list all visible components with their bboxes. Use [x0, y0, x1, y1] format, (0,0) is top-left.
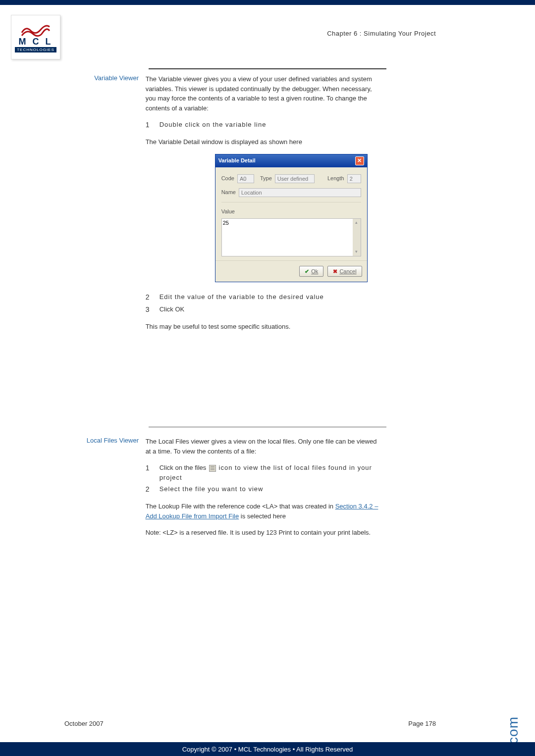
logo: M C L TECHNOLOGIES [11, 15, 60, 59]
lfv-lookup-post: is selected here [241, 512, 286, 520]
scroll-up-icon[interactable]: ▴ [353, 219, 361, 227]
lfv-lookup-pre: The Lookup File with the reference code … [146, 503, 335, 510]
vv-step1-num: 1 [146, 120, 160, 130]
bottom-bar: Copyright © 2007 • MCL Technologies • Al… [0, 742, 535, 756]
lfv-intro: The Local Files viewer gives a view on t… [146, 437, 378, 456]
lfv-step1-pre: Click on the files [160, 464, 208, 471]
ok-button[interactable]: ✔ Ok [299, 266, 323, 277]
close-icon[interactable]: ✕ [355, 156, 364, 165]
dlg-type-label: Type [260, 174, 272, 183]
vv-intro: The Variable viewer gives you a view of … [146, 74, 378, 113]
scrollbar[interactable]: ▴ ▾ [353, 219, 361, 256]
vv-step2: Edit the value of the variable to the de… [160, 293, 324, 301]
footer-date: October 2007 [64, 720, 104, 727]
footer: October 2007 Page 178 [64, 720, 436, 727]
dialog-title: Variable Detail [218, 156, 256, 165]
vv-displayed: The Variable Detail window is displayed … [146, 137, 378, 147]
logo-text-sub: TECHNOLOGIES [15, 47, 56, 52]
vv-step3-num: 3 [146, 304, 160, 315]
dlg-length-label: Length [327, 174, 344, 183]
logo-text-main: M C L [19, 37, 53, 47]
vv-step3: Click OK [160, 304, 378, 315]
vv-step2-num: 2 [146, 292, 160, 302]
chapter-header: Chapter 6 : Simulating Your Project [327, 30, 436, 37]
cancel-button-label: Cancel [339, 267, 356, 276]
vv-step1: Double click on the variable line [160, 120, 378, 130]
header-rule [149, 68, 386, 69]
dlg-name-label: Name [221, 188, 236, 197]
side-label-variable-viewer: Variable Viewer [64, 74, 144, 82]
check-icon: ✔ [305, 267, 309, 276]
dlg-value-label: Value [221, 208, 235, 214]
lfv-lookup: The Lookup File with the reference code … [146, 502, 378, 521]
side-label-local-files: Local Files Viewer [64, 437, 144, 444]
scroll-down-icon[interactable]: ▾ [353, 248, 361, 256]
dlg-type-input[interactable] [275, 174, 315, 183]
section-variable-viewer: Variable Viewer The Variable viewer give… [64, 74, 386, 339]
dlg-length-input[interactable] [347, 174, 361, 183]
x-icon: ✖ [333, 267, 337, 276]
footer-page: Page 178 [408, 720, 436, 727]
dlg-name-input[interactable] [239, 188, 361, 197]
dlg-code-input[interactable] [237, 174, 254, 183]
vv-closing: This may be useful to test some specific… [146, 322, 378, 332]
top-bar [0, 0, 535, 5]
ok-button-label: Ok [311, 267, 318, 276]
lfv-step2: Select the file you want to view [160, 484, 378, 495]
lfv-step2-num: 2 [146, 484, 160, 495]
dlg-code-label: Code [221, 174, 234, 183]
lfv-step1: Click on the files icon to view the list… [160, 463, 378, 482]
cancel-button[interactable]: ✖ Cancel [327, 266, 362, 277]
lfv-note: Note: <LZ> is a reserved file. It is use… [146, 528, 378, 538]
section-local-files-viewer: Local Files Viewer The Local Files viewe… [64, 437, 386, 545]
dlg-value-textarea[interactable]: 25 [222, 219, 353, 253]
lfv-step1-num: 1 [146, 463, 160, 482]
files-icon[interactable] [209, 465, 216, 472]
variable-detail-dialog: Variable Detail ✕ Code Type Length Name [215, 154, 368, 283]
section-divider [149, 427, 386, 427]
logo-waves-icon [21, 22, 51, 37]
